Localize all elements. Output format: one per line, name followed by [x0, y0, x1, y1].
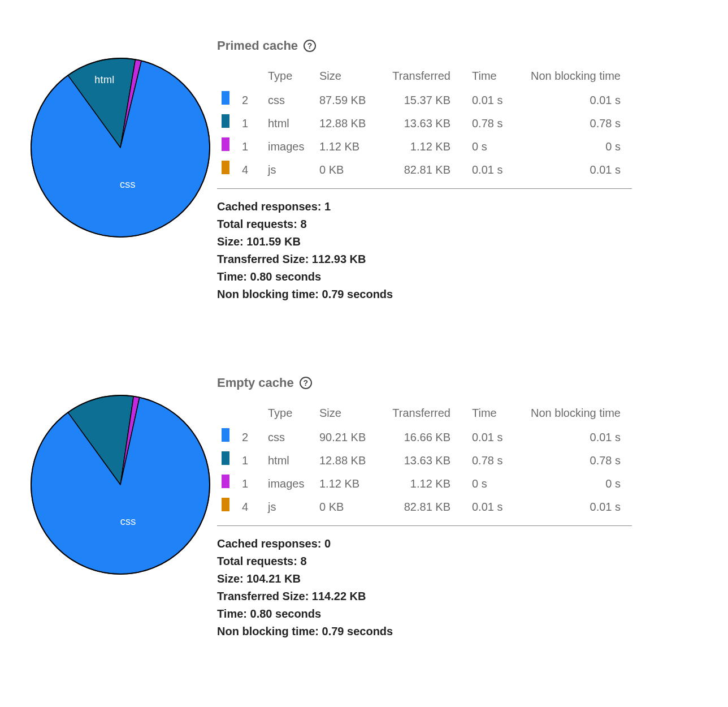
- row-type: js: [263, 495, 315, 519]
- row-nonblock: 0 s: [513, 472, 632, 495]
- summary-label: Size:: [217, 235, 244, 248]
- legend-swatch-images: [222, 137, 229, 151]
- summary-requests: Total requests: 8: [217, 215, 632, 233]
- summary-time: Time: 0.80 seconds: [217, 268, 632, 286]
- section-body: Empty cache?TypeSizeTransferredTimeNon b…: [217, 371, 632, 640]
- table-row: 1html12.88 KB13.63 KB0.78 s0.78 s: [217, 449, 632, 472]
- row-time: 0 s: [467, 472, 513, 495]
- row-size: 0 KB: [315, 158, 378, 182]
- table-row: 4js0 KB82.81 KB0.01 s0.01 s: [217, 495, 632, 519]
- summary-size: Size: 104.21 KB: [217, 570, 632, 588]
- section-body: Primed cache?TypeSizeTransferredTimeNon …: [217, 34, 632, 303]
- row-size: 1.12 KB: [315, 472, 378, 495]
- legend-swatch-css: [222, 91, 229, 105]
- summary-label: Transferred Size:: [217, 253, 309, 265]
- summary-label: Total requests:: [217, 555, 297, 567]
- row-time: 0.01 s: [467, 89, 513, 112]
- divider: [217, 525, 632, 526]
- legend-swatch-js: [222, 498, 229, 511]
- row-transferred: 13.63 KB: [378, 449, 467, 472]
- col-nonblock: Non blocking time: [513, 403, 632, 426]
- col-time: Time: [467, 403, 513, 426]
- row-size: 90.21 KB: [315, 426, 378, 449]
- table-row: 1html12.88 KB13.63 KB0.78 s0.78 s: [217, 112, 632, 135]
- summary-label: Cached responses:: [217, 200, 322, 213]
- row-size: 1.12 KB: [315, 135, 378, 158]
- summary-transferred: Transferred Size: 112.93 KB: [217, 251, 632, 268]
- row-transferred: 13.63 KB: [378, 112, 467, 135]
- row-nonblock: 0.78 s: [513, 112, 632, 135]
- cache-section: csshtmlPrimed cache?TypeSizeTransferredT…: [0, 34, 728, 303]
- table-row: 2css90.21 KB16.66 KB0.01 s0.01 s: [217, 426, 632, 449]
- summary-value: 0.79 seconds: [322, 625, 393, 637]
- summary-label: Total requests:: [217, 218, 297, 230]
- col-type: Type: [263, 403, 315, 426]
- legend-swatch-images: [222, 475, 229, 488]
- row-size: 12.88 KB: [315, 449, 378, 472]
- summary-label: Transferred Size:: [217, 590, 309, 602]
- help-icon[interactable]: ?: [304, 40, 316, 52]
- summary-time: Time: 0.80 seconds: [217, 605, 632, 623]
- resource-table: TypeSizeTransferredTimeNon blocking time…: [217, 403, 632, 519]
- row-count: 1: [237, 472, 263, 495]
- row-transferred: 16.66 KB: [378, 426, 467, 449]
- col-size: Size: [315, 403, 378, 426]
- row-size: 12.88 KB: [315, 112, 378, 135]
- row-transferred: 1.12 KB: [378, 135, 467, 158]
- row-count: 1: [237, 449, 263, 472]
- summary-value: 0.80 seconds: [250, 607, 322, 620]
- row-type: js: [263, 158, 315, 182]
- pie-chart: css: [29, 394, 211, 576]
- row-transferred: 82.81 KB: [378, 495, 467, 519]
- summary-value: 112.93 KB: [312, 253, 366, 265]
- summary-value: 8: [300, 218, 306, 230]
- cache-section: cssEmpty cache?TypeSizeTransferredTimeNo…: [0, 371, 728, 640]
- legend-swatch-css: [222, 428, 229, 442]
- row-transferred: 1.12 KB: [378, 472, 467, 495]
- legend-swatch-html: [222, 114, 229, 128]
- row-nonblock: 0.01 s: [513, 89, 632, 112]
- section-title: Empty cache: [217, 376, 294, 390]
- row-count: 4: [237, 158, 263, 182]
- row-transferred: 15.37 KB: [378, 89, 467, 112]
- row-type: html: [263, 112, 315, 135]
- row-count: 1: [237, 135, 263, 158]
- row-transferred: 82.81 KB: [378, 158, 467, 182]
- row-size: 0 KB: [315, 495, 378, 519]
- row-time: 0.01 s: [467, 495, 513, 519]
- summary-value: 101.59 KB: [246, 235, 301, 248]
- summary-label: Size:: [217, 572, 244, 585]
- row-type: images: [263, 135, 315, 158]
- summary-cached: Cached responses: 0: [217, 535, 632, 553]
- summary: Cached responses: 1Total requests: 8Size…: [217, 198, 632, 303]
- pie-chart: csshtml: [29, 57, 211, 239]
- summary-label: Time:: [217, 270, 247, 283]
- table-row: 2css87.59 KB15.37 KB0.01 s0.01 s: [217, 89, 632, 112]
- table-row: 4js0 KB82.81 KB0.01 s0.01 s: [217, 158, 632, 182]
- summary-value: 0.79 seconds: [322, 288, 393, 300]
- row-count: 1: [237, 112, 263, 135]
- row-time: 0.78 s: [467, 449, 513, 472]
- col-nonblock: Non blocking time: [513, 66, 632, 89]
- table-row: 1images1.12 KB1.12 KB0 s0 s: [217, 472, 632, 495]
- row-nonblock: 0.01 s: [513, 495, 632, 519]
- col-transferred: Transferred: [378, 403, 467, 426]
- row-nonblock: 0.78 s: [513, 449, 632, 472]
- help-icon[interactable]: ?: [300, 377, 312, 389]
- summary-label: Non blocking time:: [217, 625, 319, 637]
- summary-value: 0: [324, 537, 331, 550]
- summary-nonblock: Non blocking time: 0.79 seconds: [217, 623, 632, 640]
- legend-swatch-js: [222, 161, 229, 174]
- summary-value: 8: [300, 555, 306, 567]
- col-transferred: Transferred: [378, 66, 467, 89]
- table-row: 1images1.12 KB1.12 KB0 s0 s: [217, 135, 632, 158]
- row-size: 87.59 KB: [315, 89, 378, 112]
- col-time: Time: [467, 66, 513, 89]
- summary-requests: Total requests: 8: [217, 553, 632, 570]
- summary-label: Non blocking time:: [217, 288, 319, 300]
- divider: [217, 188, 632, 189]
- summary-value: 104.21 KB: [246, 572, 301, 585]
- summary-size: Size: 101.59 KB: [217, 233, 632, 251]
- row-type: css: [263, 426, 315, 449]
- summary-cached: Cached responses: 1: [217, 198, 632, 215]
